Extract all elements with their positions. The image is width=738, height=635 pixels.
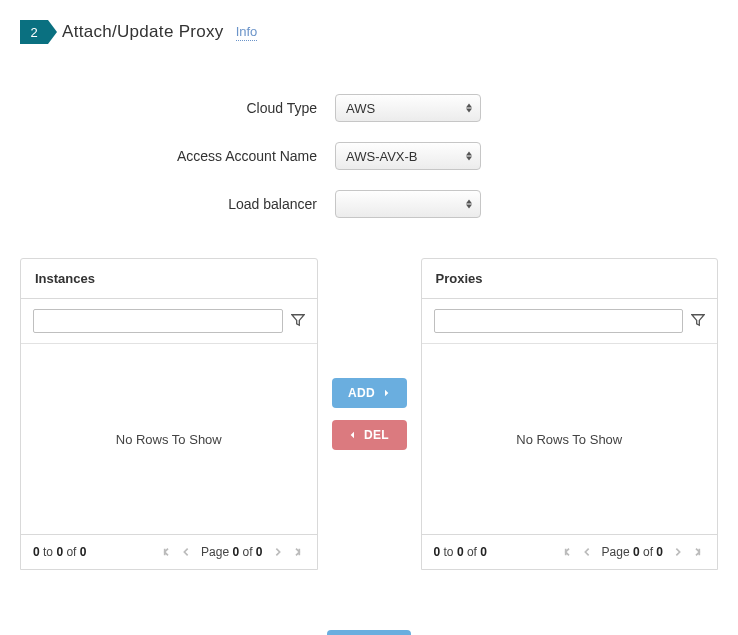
pager-last-icon[interactable] [687,547,705,557]
step-number: 2 [30,25,37,40]
proxies-count: 0 to 0 of 0 [434,545,487,559]
transfer-buttons: ADD DEL [332,378,407,450]
select-access-account[interactable]: AWS-AVX-B [335,142,481,170]
label-load-balancer: Load balancer [20,196,335,212]
select-load-balancer[interactable] [335,190,481,218]
proxies-empty-text: No Rows To Show [516,432,622,447]
instances-panel-title: Instances [21,259,317,299]
instances-panel-footer: 0 to 0 of 0 Page 0 of 0 [21,534,317,569]
instances-page-label: Page 0 of 0 [201,545,262,559]
proxies-panel-title: Proxies [422,259,718,299]
proxies-panel: Proxies No Rows To Show 0 to 0 of 0 Page… [421,258,719,570]
panels-container: Instances No Rows To Show 0 to 0 of 0 Pa… [20,258,718,570]
update-button[interactable]: UPDATE [327,630,410,635]
pager-first-icon[interactable] [159,547,177,557]
label-access-account: Access Account Name [20,148,335,164]
add-button-label: ADD [348,386,375,400]
pager-prev-icon[interactable] [578,547,596,557]
form-row-access-account: Access Account Name AWS-AVX-B [20,142,718,170]
select-access-account-value: AWS-AVX-B [346,149,418,164]
del-button[interactable]: DEL [332,420,407,450]
proxies-panel-search-row [422,299,718,344]
proxies-panel-body: No Rows To Show [422,344,718,534]
instances-panel-search-row [21,299,317,344]
chevron-updown-icon [466,200,472,209]
filter-icon[interactable] [291,313,305,330]
select-cloud-type-value: AWS [346,101,375,116]
pager-next-icon[interactable] [269,547,287,557]
label-cloud-type: Cloud Type [20,100,335,116]
form-row-load-balancer: Load balancer [20,190,718,218]
proxies-panel-footer: 0 to 0 of 0 Page 0 of 0 [422,534,718,569]
arrow-left-icon [349,430,359,440]
instances-panel-body: No Rows To Show [21,344,317,534]
instances-search-input[interactable] [33,309,283,333]
section-title: Attach/Update Proxy [62,22,224,42]
info-link[interactable]: Info [236,24,258,41]
instances-count: 0 to 0 of 0 [33,545,86,559]
instances-empty-text: No Rows To Show [116,432,222,447]
arrow-right-icon [380,388,390,398]
pager-prev-icon[interactable] [177,547,195,557]
pager-next-icon[interactable] [669,547,687,557]
instances-panel: Instances No Rows To Show 0 to 0 of 0 Pa… [20,258,318,570]
section-header: 2 Attach/Update Proxy Info [20,20,718,44]
pager-last-icon[interactable] [287,547,305,557]
step-badge: 2 [20,20,48,44]
chevron-updown-icon [466,104,472,113]
proxies-search-input[interactable] [434,309,684,333]
add-button[interactable]: ADD [332,378,407,408]
del-button-label: DEL [364,428,389,442]
filter-icon[interactable] [691,313,705,330]
form-row-cloud-type: Cloud Type AWS [20,94,718,122]
chevron-updown-icon [466,152,472,161]
pager-first-icon[interactable] [560,547,578,557]
proxies-page-label: Page 0 of 0 [602,545,663,559]
update-row: UPDATE [20,630,718,635]
select-cloud-type[interactable]: AWS [335,94,481,122]
